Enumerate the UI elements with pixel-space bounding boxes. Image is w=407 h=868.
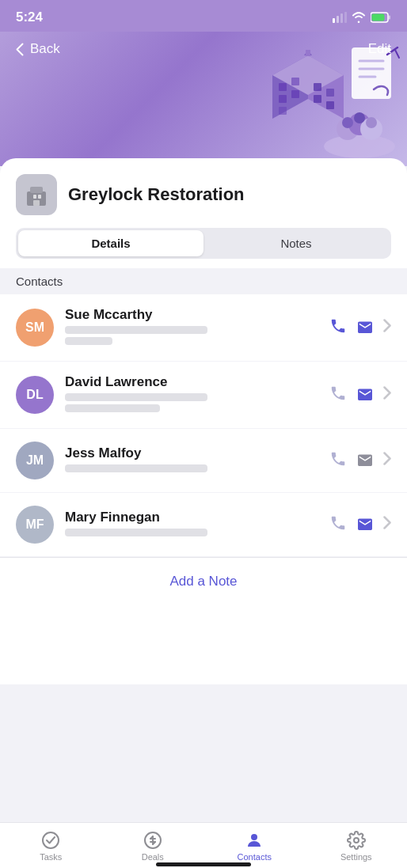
contact-item-david: DL David Lawrence [0,362,407,429]
tabs-container: Details Notes [0,228,407,268]
email-icon-mary[interactable] [356,516,374,534]
contact-actions-sue [329,317,391,339]
status-icons [333,12,391,23]
company-icon [16,174,57,215]
svg-rect-35 [30,187,43,193]
svg-point-26 [354,112,365,123]
back-label: Back [30,41,60,57]
nav-label-settings: Settings [340,852,372,862]
contact-info-mary: Mary Finnegan [65,510,318,540]
contact-info-david: David Lawrence [65,374,318,415]
svg-rect-36 [33,195,36,199]
svg-rect-17 [326,89,334,97]
email-icon-jess[interactable] [356,452,374,470]
people-illustration [320,99,399,162]
contacts-section-header: Contacts [0,268,407,294]
battery-icon [371,12,391,23]
svg-rect-12 [279,107,287,115]
phone-icon-sue[interactable] [329,317,347,339]
contact-name-david: David Lawrence [65,374,318,390]
svg-rect-1 [337,16,339,23]
avatar-mary: MF [16,506,54,544]
contact-name-jess: Jess Malfoy [65,445,318,461]
edit-button[interactable]: Edit [368,41,391,57]
chevron-icon-sue[interactable] [383,319,391,336]
nav-item-tasks[interactable]: Tasks [27,831,74,862]
svg-rect-3 [344,12,347,23]
svg-point-47 [354,838,359,843]
home-indicator [156,862,251,866]
svg-rect-10 [279,83,287,91]
svg-point-46 [251,834,257,840]
contact-info-sue: Sue Mccarthy [65,307,318,348]
phone-icon-mary[interactable] [329,514,347,536]
settings-icon [347,831,366,850]
chevron-icon-jess[interactable] [383,452,391,469]
contact-detail-mary-1 [65,529,207,536]
contacts-icon [245,831,264,850]
contact-item-sue: SM Sue Mccarthy [0,294,407,362]
deals-icon [143,831,162,850]
nav-label-deals: Deals [142,852,164,862]
contact-detail-jess-1 [65,464,207,472]
status-time: 5:24 [16,9,43,25]
svg-rect-38 [33,200,40,206]
email-icon-david[interactable] [356,386,374,404]
chevron-icon-mary[interactable] [383,516,391,533]
svg-rect-11 [279,95,287,103]
company-name: Greylock Restoration [68,184,245,205]
contacts-list: SM Sue Mccarthy [0,294,407,557]
signal-icon [333,12,347,23]
add-note-row: Add a Note [0,557,407,605]
tab-notes[interactable]: Notes [204,230,389,256]
nav-item-deals[interactable]: Deals [129,831,177,862]
contact-actions-jess [329,450,391,472]
chevron-icon-david[interactable] [383,386,391,404]
email-icon-sue[interactable] [356,319,374,337]
svg-point-27 [366,117,377,128]
add-note-button[interactable]: Add a Note [169,574,237,589]
company-row: Greylock Restoration [0,158,407,228]
avatar-sue: SM [16,309,54,347]
back-button[interactable]: Back [16,41,60,57]
contact-name-sue: Sue Mccarthy [65,307,318,323]
contact-actions-david [329,385,391,406]
header-nav: Back Edit [0,32,407,66]
contact-detail-sue-1 [65,326,207,334]
svg-rect-6 [372,14,385,21]
contact-detail-sue-2 [65,337,112,345]
contact-info-jess: Jess Malfoy [65,445,318,476]
tasks-icon [41,831,60,850]
svg-rect-37 [38,195,41,199]
contact-detail-david-2 [65,404,160,412]
svg-rect-14 [291,90,299,98]
edit-label: Edit [368,41,391,56]
svg-rect-0 [333,18,335,23]
content: Greylock Restoration Details Notes Conta… [0,158,407,684]
avatar-david: DL [16,376,54,414]
svg-point-25 [342,117,353,128]
contact-item-mary: MF Mary Finnegan [0,493,407,557]
svg-point-39 [43,832,59,848]
contact-detail-david-1 [65,393,207,401]
tabs: Details Notes [16,228,391,259]
bottom-nav: Tasks Deals Contacts Settings [0,822,407,868]
contact-actions-mary [329,514,391,536]
nav-item-settings[interactable]: Settings [333,831,380,862]
wifi-icon [352,12,366,23]
tab-details[interactable]: Details [18,230,204,256]
svg-rect-15 [314,83,321,91]
phone-icon-jess[interactable] [329,450,347,472]
contact-name-mary: Mary Finnegan [65,510,318,525]
status-bar: 5:24 [0,0,407,32]
contact-item-jess: JM Jess Malfoy [0,429,407,493]
svg-rect-5 [389,16,391,20]
svg-rect-13 [291,78,299,85]
svg-point-21 [324,135,395,158]
nav-item-contacts[interactable]: Contacts [230,831,278,862]
nav-label-tasks: Tasks [40,852,62,862]
svg-rect-2 [340,13,343,23]
phone-icon-david[interactable] [329,385,347,406]
nav-label-contacts: Contacts [238,852,272,862]
header: Back Edit [0,32,407,166]
